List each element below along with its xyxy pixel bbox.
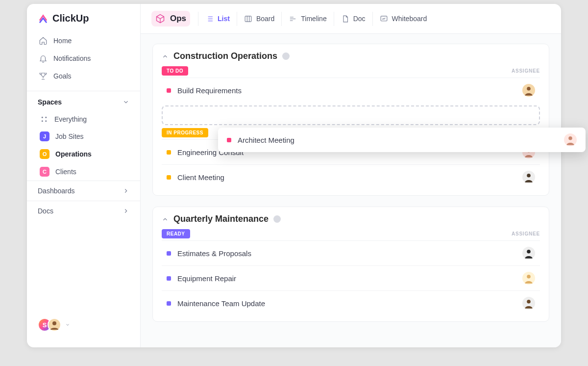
task-name: Client Meeting — [177, 173, 224, 182]
status-square — [167, 88, 171, 93]
view-board-label: Board — [256, 15, 274, 23]
avatar[interactable] — [522, 84, 535, 97]
assignee-column-label: ASSIGNEE — [512, 68, 540, 74]
svg-rect-5 — [245, 16, 251, 21]
svg-point-14 — [527, 250, 531, 254]
status-header: TO DOASSIGNEE — [162, 66, 540, 76]
avatar — [564, 133, 577, 146]
brand-name: ClickUp — [52, 13, 89, 24]
sidebar-footer[interactable]: S — [27, 311, 140, 339]
status-pill[interactable]: IN PROGRESS — [162, 128, 208, 137]
view-tab-whiteboard[interactable]: Whiteboard — [372, 12, 434, 26]
status-pill[interactable]: READY — [162, 229, 190, 238]
content: Construction OperationsTO DOASSIGNEEBuil… — [141, 34, 561, 347]
task-name: Build Requirements — [177, 86, 242, 95]
info-icon[interactable] — [282, 52, 290, 60]
list-icon — [205, 15, 214, 23]
chevron-right-icon — [122, 187, 129, 194]
group-header[interactable]: Construction Operations — [162, 51, 540, 61]
status-square — [167, 150, 171, 155]
dragged-task-name: Architect Meeting — [238, 136, 294, 144]
status-square — [167, 175, 171, 180]
main: Ops List Board Timeline Doc Whiteboard C… — [141, 4, 561, 347]
task-row[interactable]: Maintenance Team Update — [162, 290, 540, 315]
assignee-column-label: ASSIGNEE — [512, 231, 540, 236]
svg-point-20 — [568, 136, 572, 140]
doc-icon — [341, 15, 349, 23]
whiteboard-icon — [380, 15, 388, 23]
task-name: Equipment Repair — [177, 274, 236, 283]
home-icon — [39, 36, 48, 45]
task-name: Maintenance Team Update — [177, 299, 265, 308]
sidebar-item-everything[interactable]: Everything — [29, 111, 138, 128]
chevron-right-icon — [122, 208, 129, 214]
svg-point-18 — [527, 300, 531, 304]
toolbar: Ops List Board Timeline Doc Whiteboard — [141, 4, 561, 34]
sidebar-dashboards[interactable]: Dashboards — [27, 181, 140, 201]
operations-badge: O — [40, 149, 49, 159]
avatar[interactable] — [522, 272, 535, 285]
board-icon — [244, 15, 252, 23]
clients-badge: C — [40, 167, 49, 177]
nav-notifications[interactable]: Notifications — [32, 50, 135, 67]
chevron-up-icon — [162, 53, 169, 60]
space-label: Ops — [170, 14, 186, 24]
sidebar-item-jobsites[interactable]: J Job Sites — [29, 128, 138, 145]
status-square — [167, 276, 171, 281]
svg-point-8 — [527, 87, 531, 91]
view-doc-label: Doc — [353, 15, 366, 23]
footer-avatar-stack: S — [38, 318, 61, 332]
nav-home-label: Home — [53, 37, 72, 45]
avatar[interactable] — [522, 297, 535, 310]
group-title: Quarterly Maintenance — [173, 214, 269, 224]
status-square — [167, 251, 171, 256]
sidebar: ClickUp Home Notifications Goals Spaces … — [27, 4, 141, 347]
task-row[interactable]: Equipment Repair — [162, 265, 540, 290]
svg-point-0 — [42, 117, 43, 118]
task-row[interactable]: Build Requirements — [162, 78, 540, 103]
timeline-icon — [289, 15, 297, 23]
task-group: Quarterly MaintenanceREADYASSIGNEEEstima… — [152, 207, 549, 322]
task-dropzone[interactable] — [162, 105, 540, 125]
svg-point-3 — [45, 120, 47, 122]
info-icon[interactable] — [273, 215, 281, 223]
view-timeline-label: Timeline — [301, 15, 326, 23]
space-button[interactable]: Ops — [151, 11, 190, 26]
view-tab-timeline[interactable]: Timeline — [281, 12, 333, 26]
sidebar-item-clients[interactable]: C Clients — [29, 163, 138, 181]
operations-label: Operations — [55, 150, 92, 158]
brand-logo: ClickUp — [27, 13, 140, 32]
svg-point-16 — [527, 275, 531, 279]
status-square — [167, 301, 171, 306]
dashboards-label: Dashboards — [38, 187, 75, 195]
view-tab-doc[interactable]: Doc — [334, 12, 372, 26]
everything-label: Everything — [54, 115, 87, 123]
spaces-header[interactable]: Spaces — [27, 91, 140, 111]
task-row[interactable]: Estimates & Proposals — [162, 240, 540, 265]
status-square — [227, 138, 231, 142]
dragged-task-card[interactable]: Architect Meeting — [218, 128, 586, 152]
status-pill[interactable]: TO DO — [162, 66, 188, 76]
view-tab-board[interactable]: Board — [237, 12, 281, 26]
avatar[interactable] — [522, 171, 535, 183]
group-title: Construction Operations — [173, 51, 277, 61]
group-header[interactable]: Quarterly Maintenance — [162, 214, 540, 224]
grid-dots-icon — [40, 115, 49, 124]
nav-home[interactable]: Home — [32, 32, 135, 50]
caret-down-icon — [65, 322, 70, 327]
task-row[interactable]: Client Meeting — [162, 164, 540, 189]
nav-goals[interactable]: Goals — [32, 67, 135, 85]
task-group: Construction OperationsTO DOASSIGNEEBuil… — [152, 44, 549, 196]
sidebar-docs[interactable]: Docs — [27, 201, 140, 221]
avatar[interactable] — [522, 247, 535, 260]
nav-goals-label: Goals — [53, 72, 72, 80]
chevron-down-icon — [122, 99, 129, 105]
view-tab-list[interactable]: List — [198, 12, 237, 26]
trophy-icon — [39, 72, 48, 80]
view-list-label: List — [218, 15, 230, 23]
svg-point-12 — [527, 174, 531, 178]
sidebar-item-operations[interactable]: O Operations — [29, 145, 138, 163]
svg-point-1 — [45, 117, 47, 118]
svg-point-4 — [52, 321, 56, 325]
clients-label: Clients — [55, 168, 76, 176]
